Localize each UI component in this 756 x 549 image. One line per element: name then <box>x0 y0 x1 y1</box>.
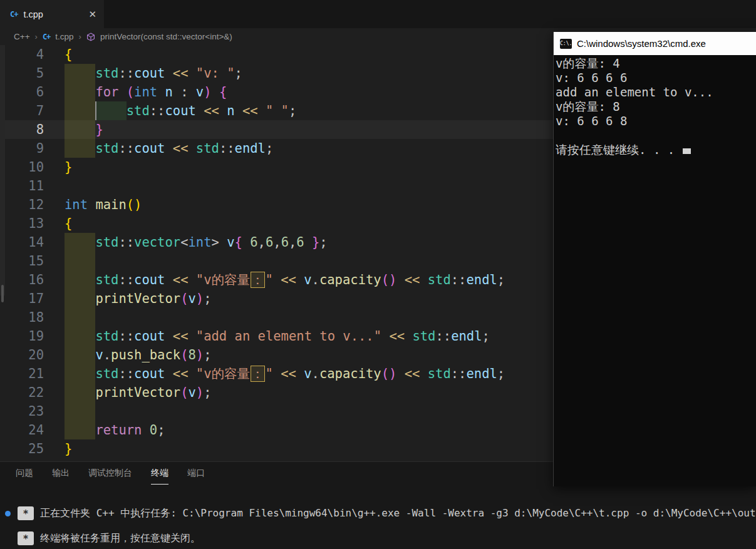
token: cout <box>134 66 165 81</box>
tab-close-icon[interactable]: ✕ <box>88 9 96 20</box>
token: ; <box>235 66 242 81</box>
token: std <box>95 66 118 81</box>
line-number: 18 <box>0 308 44 327</box>
token: } <box>65 441 72 456</box>
tab-bar: C+ t.cpp ✕ <box>0 0 756 28</box>
token: cout <box>134 141 165 156</box>
token: :: <box>118 235 134 250</box>
token: int <box>189 235 212 250</box>
chevron-right-icon: › <box>79 32 81 41</box>
token <box>88 197 95 212</box>
token <box>219 103 227 118</box>
token: int <box>65 197 88 212</box>
indent-highlight <box>65 364 95 383</box>
panel-tab-debug-console[interactable]: 调试控制台 <box>88 468 132 485</box>
token: } <box>95 122 103 137</box>
panel-tab-output[interactable]: 输出 <box>52 468 70 485</box>
token: ( <box>381 366 389 381</box>
cmd-output-line: 请按任意键继续. . . <box>556 143 756 157</box>
cmd-output-line <box>556 128 756 143</box>
breadcrumb-item-symbol[interactable]: printVector(const std::vector<int>&) <box>100 32 232 41</box>
token: endl <box>235 141 266 156</box>
token: endl <box>451 329 482 344</box>
terminal-line[interactable]: *正在文件夹 C++ 中执行任务: C:\Program Files\mingw… <box>0 501 756 526</box>
cpp-file-icon: C+ <box>43 33 50 41</box>
indent-highlight <box>65 383 95 402</box>
indent-highlight <box>65 270 95 289</box>
indent-highlight <box>65 402 95 421</box>
line-number: 22 <box>0 383 44 402</box>
token: ) <box>389 272 396 287</box>
token: ( <box>381 272 389 287</box>
token <box>189 141 196 156</box>
token <box>296 366 304 381</box>
line-number: 11 <box>0 177 44 195</box>
token: :: <box>118 366 134 381</box>
token: ; <box>497 272 505 287</box>
cmd-window[interactable]: C:\. C:\windows\system32\cmd.exe v的容量: 4… <box>553 32 756 486</box>
token <box>165 272 172 287</box>
token: cout <box>134 272 165 287</box>
token <box>420 272 427 287</box>
token: { <box>219 85 227 100</box>
token: v <box>304 366 311 381</box>
token: } <box>312 235 319 250</box>
token: v <box>227 235 234 250</box>
token: ) <box>196 291 204 306</box>
token: "v的容量 <box>196 366 250 381</box>
panel-tab-terminal[interactable]: 终端 <box>151 468 168 485</box>
line-number: 6 <box>0 83 44 101</box>
panel-tab-ports[interactable]: 端口 <box>187 468 205 485</box>
line-number: 19 <box>0 327 44 346</box>
terminal-line[interactable]: *终端将被任务重用，按任意键关闭。 <box>0 526 756 549</box>
panel-tab-problems[interactable]: 问题 <box>16 468 33 485</box>
token <box>296 272 304 287</box>
token: ) <box>204 85 211 100</box>
token <box>189 329 196 344</box>
token <box>165 141 172 156</box>
indent-highlight <box>65 139 95 158</box>
breadcrumb-item-file[interactable]: t.cpp <box>55 32 73 41</box>
token: << <box>281 366 296 381</box>
token <box>273 366 281 381</box>
token: cout <box>134 366 165 381</box>
token: std <box>127 103 150 118</box>
cmd-output-text: v的容量: 4 <box>556 56 620 70</box>
token <box>189 66 196 81</box>
token <box>165 66 172 81</box>
token <box>142 423 149 438</box>
token <box>273 272 281 287</box>
token: n <box>165 85 172 100</box>
token <box>219 235 227 250</box>
indent-highlight <box>65 308 95 327</box>
cmd-window-title: C:\windows\system32\cmd.exe <box>577 38 706 49</box>
token: v <box>95 347 103 362</box>
scrollbar-handle[interactable] <box>1 285 4 302</box>
token: std <box>95 272 118 287</box>
token: , <box>273 235 281 250</box>
token: ( <box>180 347 188 362</box>
token: 8 <box>189 347 196 362</box>
token: . <box>312 272 319 287</box>
token: > <box>212 235 219 250</box>
token: { <box>65 216 72 231</box>
token: "v的容量 <box>196 272 250 287</box>
token: " <box>266 272 273 287</box>
token <box>304 235 312 250</box>
breadcrumb-item-folder[interactable]: C++ <box>14 32 30 41</box>
token: :: <box>451 366 467 381</box>
token: << <box>173 66 189 81</box>
token: ; <box>482 329 490 344</box>
tab-tcpp[interactable]: C+ t.cpp ✕ <box>0 0 104 28</box>
cmd-titlebar[interactable]: C:\. C:\windows\system32\cmd.exe <box>554 32 756 55</box>
token: n <box>227 103 234 118</box>
token: ： <box>251 272 265 288</box>
token: v <box>188 385 195 400</box>
token <box>235 103 242 118</box>
token: :: <box>150 103 165 118</box>
token: << <box>405 272 420 287</box>
token: "add an element to v..." <box>196 329 381 344</box>
cmd-output-line: v: 6 6 6 8 <box>556 114 756 128</box>
token: :: <box>118 272 134 287</box>
line-number: 17 <box>0 289 44 308</box>
